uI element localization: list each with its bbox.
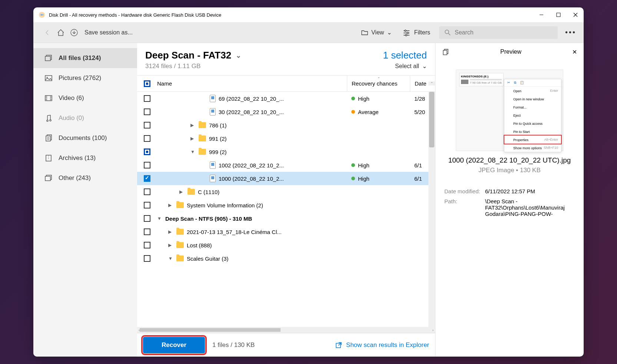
document-icon bbox=[44, 134, 53, 142]
sidebar: All files (3124) Pictures (2762) Video (… bbox=[33, 43, 137, 357]
file-row[interactable]: ▼Deep Scan - NTFS (905) - 310 MB bbox=[137, 212, 435, 225]
save-icon[interactable] bbox=[67, 26, 81, 39]
preview-details: Date modified: 6/11/2022 12:57 PM Path: … bbox=[435, 183, 584, 222]
row-name-text: 786 (1) bbox=[209, 122, 227, 128]
row-checkbox[interactable] bbox=[144, 122, 150, 128]
file-row[interactable]: 1000 (2022_08_22 10_2... High 6/1 bbox=[137, 172, 435, 185]
column-name[interactable]: Name bbox=[154, 80, 347, 87]
expand-arrow-icon[interactable]: ▶ bbox=[190, 123, 196, 128]
expand-arrow-icon[interactable]: ▶ bbox=[168, 229, 173, 234]
expand-arrow-icon[interactable]: ▶ bbox=[168, 203, 173, 208]
select-all-checkbox[interactable] bbox=[144, 80, 150, 87]
file-row[interactable]: ▶Lost (888) bbox=[137, 238, 435, 252]
file-icon bbox=[210, 161, 216, 169]
search-box[interactable] bbox=[439, 26, 558, 39]
scan-stats: 3124 files / 1.11 GB bbox=[145, 63, 241, 70]
row-checkbox[interactable] bbox=[144, 242, 150, 248]
save-session-button[interactable]: Save session as... bbox=[84, 29, 133, 36]
horizontal-scrollbar[interactable]: ‹› bbox=[137, 327, 435, 333]
recover-button[interactable]: Recover bbox=[143, 337, 205, 353]
folder-icon bbox=[199, 136, 206, 141]
sidebar-item-audio[interactable]: Audio (0) bbox=[33, 108, 137, 128]
file-row[interactable]: ▶991 (2) bbox=[137, 132, 435, 145]
file-list[interactable]: 69 (2022_08_22 10_20_... High 1/28 30 (2… bbox=[137, 92, 435, 327]
vertical-scrollbar[interactable] bbox=[428, 92, 435, 327]
archive-icon bbox=[44, 154, 53, 162]
file-row[interactable]: ▶2021-07-13 13_57_18-Le Cinéma Cl... bbox=[137, 225, 435, 238]
recovery-text: High bbox=[358, 96, 369, 102]
expand-arrow-icon[interactable]: ▼ bbox=[168, 256, 173, 261]
row-checkbox[interactable] bbox=[144, 202, 150, 208]
preview-panel: Preview ✕ KINGSTONSDS (E:) 7.58 GB free … bbox=[435, 43, 584, 357]
sort-arrow-icon: ⌄ bbox=[377, 75, 380, 79]
home-button[interactable] bbox=[54, 26, 67, 39]
sidebar-item-archives[interactable]: Archives (13) bbox=[33, 148, 137, 168]
row-checkbox[interactable] bbox=[144, 148, 150, 155]
titlebar: Disk Drill - All recovery methods - Hard… bbox=[33, 7, 584, 22]
select-all-button[interactable]: Select all⌄ bbox=[383, 63, 427, 70]
expand-arrow-icon[interactable]: ▼ bbox=[157, 216, 162, 221]
recovery-text: High bbox=[358, 162, 369, 168]
preview-close-button[interactable]: ✕ bbox=[572, 49, 577, 56]
column-recovery[interactable]: ⌄Recovery chances bbox=[347, 76, 410, 91]
row-date: 5/20 bbox=[410, 109, 428, 115]
expand-arrow-icon[interactable]: ▼ bbox=[190, 149, 196, 154]
file-row[interactable]: 1002 (2022_08_22 10_2... High 6/1 bbox=[137, 158, 435, 172]
other-icon bbox=[44, 174, 53, 182]
main-content: Deep Scan - FAT32⌄ 3124 files / 1.11 GB … bbox=[137, 43, 435, 357]
window-title: Disk Drill - All recovery methods - Hard… bbox=[49, 12, 538, 18]
row-checkbox[interactable] bbox=[144, 215, 150, 222]
search-input[interactable] bbox=[455, 29, 553, 36]
file-row[interactable]: 30 (2022_08_22 10_20_... Average 5/20 bbox=[137, 105, 435, 118]
row-checkbox[interactable] bbox=[144, 108, 150, 115]
row-checkbox[interactable] bbox=[144, 175, 150, 182]
show-in-explorer-link[interactable]: Show scan results in Explorer bbox=[335, 341, 429, 349]
row-checkbox[interactable] bbox=[144, 255, 150, 262]
date-modified-value: 6/11/2022 12:57 PM bbox=[485, 188, 575, 194]
file-row[interactable]: ▶786 (1) bbox=[137, 118, 435, 132]
file-row[interactable]: ▶System Volume Information (2) bbox=[137, 198, 435, 212]
folder-icon bbox=[188, 189, 195, 195]
expand-arrow-icon[interactable]: ▶ bbox=[179, 189, 185, 194]
column-date[interactable]: Date bbox=[410, 76, 428, 91]
svg-point-12 bbox=[407, 32, 408, 34]
row-checkbox[interactable] bbox=[144, 95, 150, 102]
back-button[interactable] bbox=[41, 26, 54, 39]
view-selector[interactable]: View ⌄ bbox=[361, 29, 392, 36]
context-menu-item: Open in new window bbox=[504, 95, 561, 103]
sidebar-item-documents[interactable]: Documents (100) bbox=[33, 128, 137, 148]
copy-icon[interactable] bbox=[442, 48, 450, 56]
row-name-text: 30 (2022_08_22 10_20_... bbox=[219, 109, 284, 115]
selected-count: 1 selected bbox=[383, 50, 427, 61]
sidebar-item-pictures[interactable]: Pictures (2762) bbox=[33, 68, 137, 88]
scroll-up-button[interactable]: ⌃ bbox=[428, 81, 435, 86]
folder-icon bbox=[199, 122, 206, 128]
app-icon bbox=[39, 11, 45, 18]
expand-arrow-icon[interactable]: ▶ bbox=[168, 243, 173, 248]
file-row[interactable]: ▼999 (2) bbox=[137, 145, 435, 158]
filters-button[interactable]: Filters bbox=[403, 29, 430, 36]
file-row[interactable]: ▼Scales Guitar (3) bbox=[137, 252, 435, 265]
maximize-button[interactable] bbox=[555, 12, 561, 18]
folder-icon bbox=[176, 202, 184, 208]
row-checkbox[interactable] bbox=[144, 135, 150, 142]
expand-arrow-icon[interactable]: ▶ bbox=[190, 136, 196, 141]
preview-header: Preview ✕ bbox=[435, 43, 584, 61]
stack-icon bbox=[44, 54, 53, 62]
sidebar-item-all-files[interactable]: All files (3124) bbox=[33, 48, 137, 68]
more-button[interactable]: ••• bbox=[565, 28, 576, 37]
sidebar-item-other[interactable]: Other (243) bbox=[33, 168, 137, 188]
scan-title-dropdown[interactable]: Deep Scan - FAT32⌄ bbox=[145, 50, 241, 61]
scroll-thumb[interactable] bbox=[429, 92, 434, 147]
minimize-button[interactable] bbox=[538, 12, 544, 18]
file-row[interactable]: ▶C (1110) bbox=[137, 185, 435, 198]
preview-filename: 1000 (2022_08_22 10_20_22 UTC).jpg bbox=[448, 156, 571, 164]
file-row[interactable]: 69 (2022_08_22 10_20_... High 1/28 bbox=[137, 92, 435, 105]
sidebar-item-video[interactable]: Video (6) bbox=[33, 88, 137, 108]
svg-point-14 bbox=[405, 34, 407, 36]
row-name-text: 991 (2) bbox=[209, 136, 227, 142]
close-button[interactable] bbox=[573, 12, 578, 18]
row-checkbox[interactable] bbox=[144, 188, 150, 195]
row-checkbox[interactable] bbox=[144, 162, 150, 168]
row-checkbox[interactable] bbox=[144, 228, 150, 235]
